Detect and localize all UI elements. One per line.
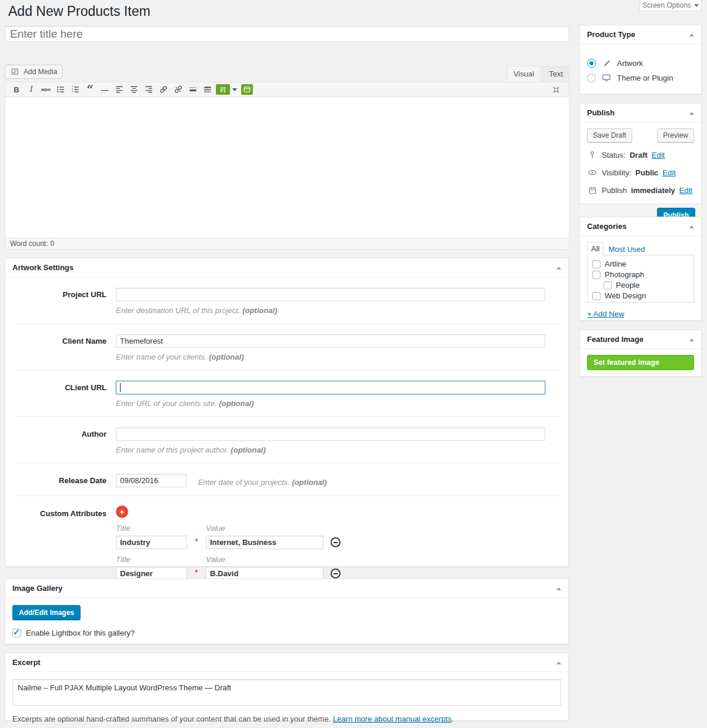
artwork-settings-title: Artwork Settings <box>12 263 74 272</box>
author-input[interactable] <box>116 427 545 441</box>
add-media-button[interactable]: Add Media <box>5 65 62 79</box>
italic-icon[interactable]: I <box>25 84 38 95</box>
collapse-icon[interactable] <box>689 34 694 36</box>
more-tag-icon[interactable] <box>186 84 199 95</box>
numbered-list-icon[interactable] <box>69 84 82 95</box>
attr-value-input[interactable] <box>206 536 324 549</box>
artwork-option-label: Artwork <box>617 59 643 68</box>
attr-title-input[interactable] <box>116 536 187 549</box>
release-date-row: Release Date Enter date of your projects… <box>15 463 561 496</box>
featured-image-title: Featured Image <box>587 335 643 344</box>
tab-all-categories[interactable]: All <box>587 242 603 255</box>
align-right-icon[interactable] <box>142 84 155 95</box>
remove-attribute-icon[interactable] <box>331 569 341 579</box>
collapse-icon[interactable] <box>556 267 561 270</box>
category-label: Photograph <box>605 270 644 280</box>
category-checkbox-people[interactable] <box>603 281 612 290</box>
project-url-input[interactable] <box>116 288 545 301</box>
edit-status-link[interactable]: Edit <box>652 151 665 159</box>
horizontal-rule-icon[interactable]: — <box>98 84 111 95</box>
category-label: Artline <box>605 259 626 269</box>
strikethrough-icon[interactable]: ABC <box>39 84 52 95</box>
status-value: Draft <box>629 151 647 159</box>
remove-attribute-icon[interactable] <box>331 537 341 547</box>
client-url-row: CLient URL Enter URL of your clients sit… <box>15 370 561 417</box>
bullet-list-icon[interactable] <box>54 84 67 95</box>
categories-header[interactable]: Categories <box>580 217 701 236</box>
excerpt-metabox: Excerpt Excerpts are optional hand-craft… <box>5 653 569 721</box>
category-item: People <box>603 280 689 290</box>
collapse-icon[interactable] <box>689 112 694 115</box>
image-gallery-header[interactable]: Image Gallery <box>5 579 568 598</box>
word-count-label: Word count: <box>10 240 48 248</box>
release-date-hint: Enter date of your projects. (optional) <box>198 476 327 487</box>
word-count-value: 0 <box>50 240 54 248</box>
tab-text[interactable]: Text <box>542 66 569 82</box>
link-icon[interactable] <box>157 84 170 95</box>
excerpt-textarea[interactable] <box>12 679 561 706</box>
custom-attributes-label: Custom Attributes <box>15 506 116 580</box>
shortcode-icon[interactable]: [/] <box>216 84 230 95</box>
edit-visibility-link[interactable]: Edit <box>662 168 675 177</box>
attr-title-label: Title <box>116 555 187 564</box>
add-attribute-button[interactable]: + <box>116 506 128 518</box>
screen-options-button[interactable]: Screen Options <box>639 0 702 11</box>
post-title-input[interactable] <box>5 26 569 42</box>
release-date-input[interactable] <box>116 474 186 487</box>
collapse-icon[interactable] <box>689 338 694 341</box>
attr-title-label: Title <box>116 524 187 533</box>
unlink-icon[interactable] <box>172 84 185 95</box>
status-row: Status: Draft Edit <box>587 149 694 160</box>
edit-schedule-link[interactable]: Edit <box>679 186 692 195</box>
excerpt-header[interactable]: Excerpt <box>5 653 568 672</box>
tab-visual[interactable]: Visual <box>507 66 541 82</box>
client-name-input[interactable] <box>116 334 545 348</box>
collapse-icon[interactable] <box>689 225 694 228</box>
client-name-label: Client Name <box>15 334 116 361</box>
product-type-header[interactable]: Product Type <box>580 25 701 44</box>
add-edit-images-button[interactable]: Add/Edit Images <box>12 605 81 620</box>
bold-icon[interactable]: B <box>10 84 23 95</box>
lightbox-checkbox[interactable] <box>12 629 21 637</box>
align-center-icon[interactable] <box>128 84 141 95</box>
tab-most-used[interactable]: Most Used <box>603 243 649 255</box>
collapse-icon[interactable] <box>556 661 561 664</box>
shortcode-dropdown-icon[interactable] <box>232 84 238 95</box>
preview-button[interactable]: Preview <box>657 128 694 142</box>
featured-image-header[interactable]: Featured Image <box>580 330 701 349</box>
page-title: Add New Products Item <box>8 4 151 19</box>
attribute-row: Title * Value <box>116 524 545 549</box>
client-url-input[interactable] <box>116 381 545 394</box>
editor-content-area[interactable] <box>5 97 569 238</box>
save-draft-button[interactable]: Save Draft <box>587 128 632 142</box>
category-checkbox-photograph[interactable] <box>592 271 601 279</box>
blockquote-icon[interactable]: “ <box>84 84 96 95</box>
category-checkbox-web-design[interactable] <box>592 292 601 300</box>
lightbox-label: Enable Lightbox for this gallery? <box>26 629 135 637</box>
eye-icon <box>587 167 598 178</box>
release-date-label: Release Date <box>15 474 116 487</box>
fullscreen-icon[interactable] <box>549 84 562 95</box>
visibility-label: Visibility: <box>602 168 631 177</box>
editor-toolbar: B I ABC “ — <box>5 82 569 97</box>
attr-value-label: Value <box>206 555 324 564</box>
add-new-category-link[interactable]: + Add New <box>587 310 624 318</box>
category-item: Web Design <box>592 291 689 301</box>
page-builder-icon[interactable] <box>241 84 253 95</box>
category-checkbox-artline[interactable] <box>592 260 601 268</box>
artwork-radio[interactable] <box>587 59 596 68</box>
schedule-label: Publish <box>602 186 627 195</box>
client-name-row: Client Name Enter name of your clients. … <box>15 324 561 370</box>
artwork-settings-header[interactable]: Artwork Settings <box>5 258 568 277</box>
categories-title: Categories <box>587 222 626 231</box>
toolbar-toggle-icon[interactable] <box>201 84 214 95</box>
publish-header[interactable]: Publish <box>580 104 701 122</box>
visibility-row: Visibility: Public Edit <box>587 167 694 178</box>
collapse-icon[interactable] <box>556 587 561 590</box>
client-name-hint: Enter name of your clients. (optional) <box>116 353 545 361</box>
set-featured-image-button[interactable]: Set featured image <box>587 355 694 370</box>
theme-plugin-radio[interactable] <box>587 74 596 82</box>
publish-metabox: Publish Save Draft Preview Status: Draft… <box>579 103 702 207</box>
align-left-icon[interactable] <box>113 84 126 95</box>
manual-excerpts-link[interactable]: Learn more about manual excerpts <box>333 714 452 723</box>
